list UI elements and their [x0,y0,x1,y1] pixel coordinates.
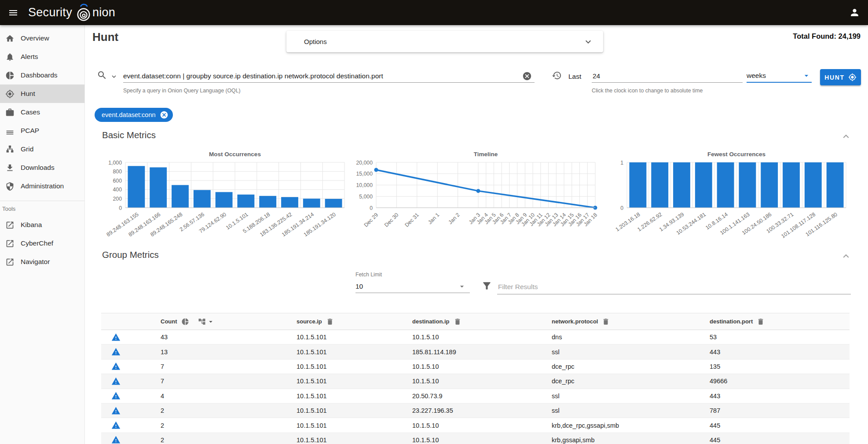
sidebar-item-hunt[interactable]: Hunt [0,84,84,103]
cell-destination-ip[interactable]: 10.1.5.10 [397,437,536,444]
history-clock-icon[interactable] [552,70,562,81]
sidebar-item-navigator[interactable]: Navigator [0,253,84,271]
fetch-limit-select[interactable]: 10 [355,280,470,293]
filter-chip[interactable]: event.dataset:conn [95,108,173,122]
cell-destination-port[interactable]: 53 [694,334,850,341]
sidebar-item-downloads[interactable]: Downloads [0,158,84,177]
cell-network-protocol[interactable]: dce_rpc [536,363,694,370]
warning-icon[interactable] [111,406,121,415]
cell-destination-ip[interactable]: 23.227.196.35 [397,407,536,414]
sidebar-item-cyberchef[interactable]: CyberChef [0,234,84,253]
column-header-destination-port[interactable]: destination.port [694,318,850,326]
timeline-chart[interactable]: Timeline05,00010,00015,00020,000Dec 29De… [352,149,603,246]
column-header-source-ip[interactable]: source.ip [281,318,397,326]
cell-count[interactable]: 13 [145,349,281,356]
hunt-button[interactable]: HUNT [820,69,861,85]
remove-field-icon[interactable] [454,318,461,326]
sidebar-item-kibana[interactable]: Kibana [0,216,84,234]
cell-count[interactable]: 7 [145,363,281,370]
cell-source-ip[interactable]: 10.1.5.101 [281,378,397,385]
cell-destination-ip[interactable]: 10.1.5.10 [397,378,536,385]
cell-destination-ip[interactable]: 185.81.114.189 [397,349,536,356]
cell-count[interactable]: 4 [145,393,281,400]
query-clear-icon[interactable] [522,71,532,81]
cell-network-protocol[interactable]: krb,dce_rpc,gssapi,smb [536,422,694,429]
column-header-count[interactable]: Count [145,318,281,326]
cell-destination-port[interactable]: 445 [694,422,850,429]
filter-results-input[interactable] [497,280,851,294]
cell-source-ip[interactable]: 10.1.5.101 [281,363,397,370]
cell-network-protocol[interactable]: ssl [536,407,694,414]
remove-field-icon[interactable] [326,318,334,326]
cell-count[interactable]: 2 [145,407,281,414]
basic-metrics-collapse-button[interactable] [840,131,852,142]
cell-destination-ip[interactable]: 10.1.5.10 [397,422,536,429]
time-unit-select[interactable]: weeks [747,70,812,83]
options-expander[interactable]: Options [286,31,603,52]
sidebar-item-cases[interactable]: Cases [0,103,84,121]
sidebar-item-grid[interactable]: Grid [0,140,84,158]
cell-destination-port[interactable]: 49666 [694,378,850,385]
hamburger-menu-button[interactable] [5,5,21,21]
cell-network-protocol[interactable]: dns [536,334,694,341]
cell-source-ip[interactable]: 10.1.5.101 [281,334,397,341]
group-by-icon[interactable] [198,318,206,326]
warning-icon[interactable] [111,347,121,356]
cell-destination-port[interactable]: 135 [694,363,850,370]
sidebar-item-administration[interactable]: Administration [0,177,84,195]
warning-icon[interactable] [111,391,121,400]
cell-network-protocol[interactable]: ssl [536,393,694,400]
warning-icon[interactable] [111,377,121,386]
warning-icon[interactable] [111,421,121,430]
cell-destination-ip[interactable]: 10.1.5.10 [397,334,536,341]
chip-remove-icon[interactable] [160,110,168,119]
remove-field-icon[interactable] [602,318,610,326]
time-value-input[interactable] [592,70,743,83]
cell-source-ip[interactable]: 10.1.5.101 [281,437,397,444]
cell-destination-port[interactable]: 443 [694,393,850,400]
fewest-occurrences-chart[interactable]: Fewest Occurrences011.203.16.181.226.62.… [603,149,853,246]
sidebar-item-label: Alerts [21,53,38,61]
cell-destination-port[interactable]: 445 [694,437,850,444]
cell-source-ip[interactable]: 10.1.5.101 [281,407,397,414]
group-metrics-collapse-button[interactable] [840,250,852,262]
cell-count[interactable]: 2 [145,437,281,444]
cell-count[interactable]: 43 [145,334,281,341]
table-row: 710.1.5.10110.1.5.10dce_rpc49666 [101,374,850,389]
cell-source-ip[interactable]: 10.1.5.101 [281,349,397,356]
cell-network-protocol[interactable]: krb,gssapi,smb [536,437,694,444]
user-account-button[interactable] [847,5,862,20]
cell-destination-ip[interactable]: 10.1.5.10 [397,363,536,370]
cell-count[interactable]: 7 [145,378,281,385]
tools-section-label: Tools [2,205,84,212]
warning-icon[interactable] [111,362,121,371]
query-input[interactable] [123,70,535,83]
chevron-up-icon [840,250,852,262]
sidebar-item-overview[interactable]: Overview [0,29,84,48]
group-by-dropdown-icon[interactable] [207,318,215,326]
cell-network-protocol[interactable]: dce_rpc [536,378,694,385]
warning-icon[interactable] [111,333,121,342]
cell-destination-ip[interactable]: 20.50.73.9 [397,393,536,400]
hunt-button-label: HUNT [824,74,844,81]
cell-destination-port[interactable]: 787 [694,407,850,414]
query-expand-icon[interactable] [110,73,118,81]
remove-field-icon[interactable] [757,318,765,326]
cell-source-ip[interactable]: 10.1.5.101 [281,422,397,429]
crosshair-icon [848,73,857,81]
pie-chart-toggle-icon[interactable] [181,318,189,326]
sidebar-item-alerts[interactable]: Alerts [0,48,84,66]
cell-source-ip[interactable]: 10.1.5.101 [281,393,397,400]
cell-destination-port[interactable]: 443 [694,349,850,356]
sidebar-item-label: Downloads [21,164,55,172]
warning-icon[interactable] [111,435,121,444]
most-occurrences-chart[interactable]: Most Occurrences02004006008001,00089.248… [101,149,352,246]
svg-text:0: 0 [620,205,623,211]
column-header-label: Count [161,318,177,325]
column-header-destination-ip[interactable]: destination.ip [397,318,536,326]
cell-network-protocol[interactable]: ssl [536,349,694,356]
cell-count[interactable]: 2 [145,422,281,429]
column-header-network-protocol[interactable]: network.protocol [536,318,694,326]
sidebar-item-pcap[interactable]: PCAP [0,121,84,140]
sidebar-item-dashboards[interactable]: Dashboards [0,66,84,84]
